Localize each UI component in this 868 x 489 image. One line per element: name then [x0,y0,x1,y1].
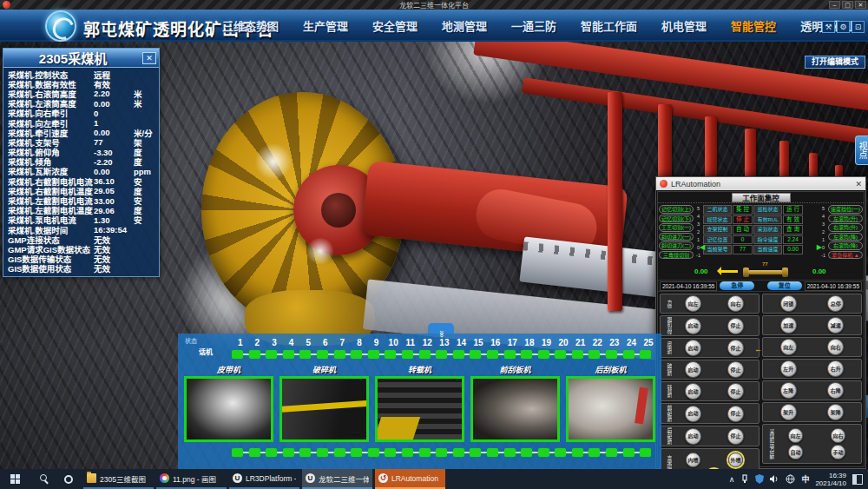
camera-thumbnail[interactable] [566,376,655,442]
nav-item-2[interactable]: 安全管理 [372,17,418,34]
round-button[interactable]: 向左 [780,339,797,355]
panel-close-button[interactable]: ✕ [142,52,156,64]
nav-item-6[interactable]: 机电管理 [661,17,707,34]
round-button[interactable]: 手动 [831,445,845,459]
round-button[interactable]: 右降 [827,382,844,399]
speaker-icon[interactable] [770,474,779,484]
taskbar-task[interactable]: U龙软二三维一体化... [302,469,372,489]
round-button[interactable]: 停止 [727,428,744,445]
round-button[interactable]: 启动 [685,340,701,356]
cortana-button[interactable] [57,469,80,489]
emergency-stop-button[interactable]: 紧急停机 ▲ [828,251,863,260]
round-button[interactable]: 停止 [727,340,744,356]
round-button[interactable]: 停止 [727,361,744,378]
program-button[interactable]: 斜切进刀(一) [659,233,694,241]
program-button[interactable]: 右滚筒(升) [828,223,863,232]
taskbar-task[interactable]: 2305三维截图 [83,469,154,489]
collapse-panel-button[interactable]: »» [428,323,454,334]
camera-thumbnail[interactable] [375,376,464,442]
round-button[interactable]: 闭锁 [780,295,797,312]
search-button[interactable] [30,469,57,489]
round-button-label: 向右 [832,433,843,439]
camera-thumbnail[interactable] [470,376,560,442]
camera-thumbnail[interactable] [279,376,369,442]
round-button[interactable]: 启动 [685,361,701,378]
program-button[interactable]: 工艺切割(一) [659,223,694,232]
status-square [521,350,532,359]
nav-item-1[interactable]: 生产管理 [303,17,348,34]
workface-control-tab[interactable]: 工作面集控 [732,193,791,202]
round-button[interactable]: 启动 [685,406,701,422]
round-button[interactable]: 启动 [685,318,701,334]
usb-device-icon[interactable] [740,474,749,484]
start-button[interactable] [0,469,30,489]
program-button[interactable]: 右滚筒(降) [828,241,863,250]
round-button[interactable]: 向右 [727,295,744,312]
program-button[interactable]: 记忆切割(上) [659,205,694,214]
action-center-icon[interactable] [852,474,863,485]
tools-icon[interactable]: ⚒ [822,21,835,33]
round-button[interactable]: 左降 [780,382,797,399]
nav-item-5[interactable]: 智能工作面 [581,17,637,34]
tray-chevron-icon[interactable]: ∧ [729,475,735,484]
camera-label: 转载机 [375,364,464,376]
round-button[interactable]: 启动 [685,383,701,400]
reset-indicator[interactable]: 复位 [767,281,802,290]
minimize-button[interactable]: – [829,1,840,9]
estop-indicator[interactable]: 急停 [720,281,754,290]
lra-titlebar[interactable]: LRAutomation ✕ [656,177,865,190]
clock[interactable]: 16:39 2021/4/10 [815,472,846,487]
position-indicator-row: 0.00 77 0.00 [658,261,864,281]
taskbar-task[interactable]: 11.png - 画图 [156,469,227,489]
round-button[interactable]: 加速 [780,317,797,334]
program-button[interactable]: 左滚筒(升) [828,215,863,223]
round-button[interactable]: 停止 [727,318,744,334]
button-row: 闭锁总停 [765,295,859,312]
round-button-label: 停止 [730,411,740,416]
taskbar-task[interactable]: ULR3DPlatform - U... [229,469,299,489]
ime-indicator[interactable]: 中 [801,473,809,485]
taskbar-task[interactable]: ↺LRAutomation [375,469,445,489]
security-shield-icon[interactable] [755,474,764,484]
round-button[interactable]: 架升 [780,404,797,420]
square-connector [549,354,556,355]
program-button[interactable]: 记忆切割(下) [659,215,694,223]
maximize-button[interactable]: ▢ [842,1,853,9]
camera-label: 前刮板机 [470,364,560,376]
lra-close-button[interactable]: ✕ [855,180,862,188]
square-connector [277,354,283,355]
round-button[interactable]: 向右 [827,339,844,355]
round-button[interactable]: 架降 [827,404,844,420]
resize-icon[interactable]: ⊡ [852,21,865,33]
network-globe-icon[interactable] [786,474,795,484]
round-button[interactable]: 停止 [727,383,744,400]
round-button[interactable]: 向右 [831,428,845,443]
round-button[interactable]: 自动 [788,445,803,459]
nav-item-4[interactable]: 一通三防 [511,17,556,34]
nav-item-0[interactable]: 三维态势图 [222,17,279,34]
program-button[interactable]: 三角煤切割 [659,251,694,260]
square-connector [431,354,437,355]
program-button[interactable]: 速度挡位(一) [828,205,863,214]
round-button[interactable]: 总停 [827,295,844,312]
program-button[interactable]: 左滚筒(降) [828,233,863,241]
round-button[interactable]: 外喷 [728,453,743,467]
close-button[interactable]: ✕ [855,1,866,9]
round-button[interactable]: 向左 [788,428,803,443]
gear-icon[interactable]: ⚙ [837,21,850,33]
round-button[interactable]: 启动 [685,428,701,445]
round-button-label: 架升 [783,410,793,415]
light-flare [253,144,293,179]
round-button[interactable]: 停止 [727,406,744,422]
round-button[interactable]: 减速 [827,317,844,334]
round-button[interactable]: 内喷 [686,453,700,467]
round-button[interactable]: 右升 [827,360,844,377]
round-button[interactable]: 左升 [780,360,797,377]
program-button[interactable]: 斜切进刀(二) [659,241,694,250]
nav-item-7[interactable]: 智能管控 [731,17,776,34]
open-edit-mode-button[interactable]: 打开编辑模式 [805,56,865,69]
round-button[interactable]: 向左 [685,295,701,312]
viewpoint-tab[interactable]: 视点 [855,135,868,165]
camera-thumbnail[interactable] [184,376,273,442]
nav-item-3[interactable]: 地测管理 [442,17,487,34]
